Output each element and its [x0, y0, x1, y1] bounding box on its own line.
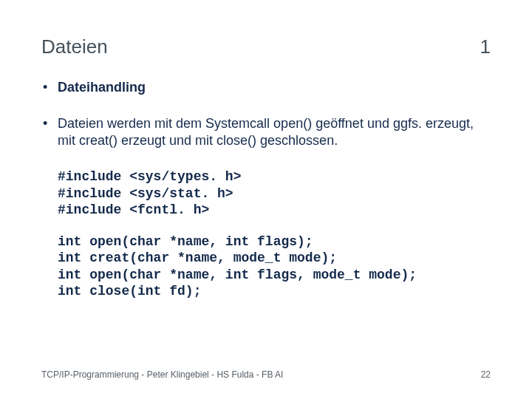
bullet-item: Dateien werden mit dem Systemcall open()… [41, 115, 491, 149]
footer-page-number: 22 [481, 369, 491, 380]
footer-left: TCP/IP-Programmierung - Peter Klingebiel… [41, 369, 283, 380]
bullet-list: Dateihandling Dateien werden mit dem Sys… [41, 79, 491, 149]
code-block-prototypes: int open(char *name, int flags); int cre… [58, 233, 491, 300]
slide: Dateien 1 Dateihandling Dateien werden m… [0, 0, 532, 399]
slide-title: Dateien [41, 35, 108, 58]
bullet-text: Dateien werden mit dem Systemcall open()… [58, 116, 474, 148]
footer: TCP/IP-Programmierung - Peter Klingebiel… [41, 369, 491, 380]
title-row: Dateien 1 [41, 35, 491, 58]
code-block-includes: #include <sys/types. h> #include <sys/st… [58, 168, 491, 219]
bullet-item: Dateihandling [41, 79, 491, 96]
bullet-text: Dateihandling [58, 80, 146, 95]
slide-title-number: 1 [480, 35, 491, 58]
